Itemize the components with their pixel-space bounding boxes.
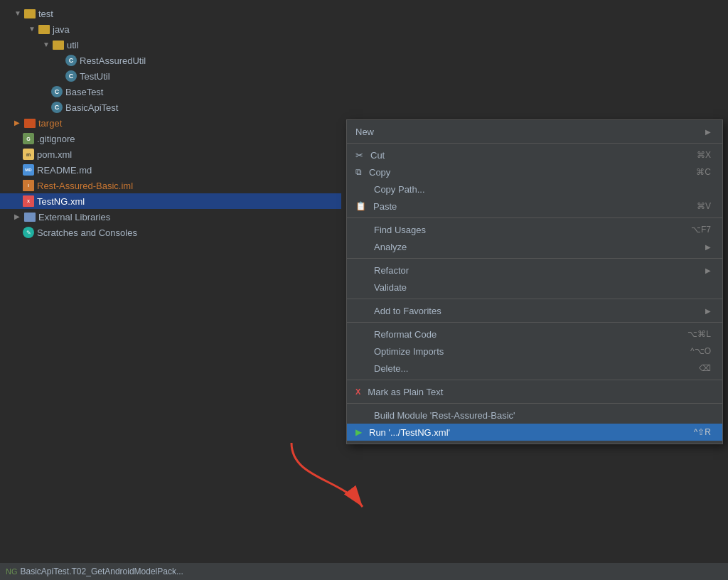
submenu-arrow-new: ▶: [705, 128, 711, 136]
menu-sep-5: [347, 322, 722, 323]
menu-label-refactor: Refactor: [355, 265, 409, 276]
tree-label-restassuredutil: RestAssuredUtil: [80, 55, 146, 66]
shortcut-run: ^⇧R: [694, 427, 711, 437]
tree-item-util[interactable]: ▼ util: [0, 37, 341, 53]
menu-text-cut: Cut: [370, 150, 385, 161]
menu-text-validate: Validate: [374, 282, 407, 293]
folder-icon-test: [24, 9, 36, 18]
submenu-arrow-addtofav: ▶: [705, 307, 711, 315]
menu-text-new: New: [355, 127, 374, 137]
menu-label-run: ▶ Run '.../TestNG.xml': [355, 427, 450, 438]
menu-item-new[interactable]: New ▶: [347, 123, 722, 140]
scissors-icon: ✂: [355, 150, 363, 161]
folder-icon-java: [38, 25, 50, 34]
tree-item-basicapitest[interactable]: C BasicApiTest: [0, 100, 341, 115]
tree-item-readme[interactable]: MD README.md: [0, 162, 341, 178]
file-tree: ▼ test ▼ java ▼ util C RestAssuredUtil C…: [0, 0, 341, 580]
menu-item-analyze[interactable]: Analyze ▶: [347, 238, 722, 255]
tree-item-testngxml[interactable]: X TestNG.xml: [0, 193, 341, 209]
menu-text-run: Run '.../TestNG.xml': [369, 427, 450, 438]
menu-text-copy: Copy: [369, 167, 390, 178]
menu-label-copypath: Copy Path...: [355, 184, 425, 195]
tree-label-extlibs: External Libraries: [38, 212, 110, 222]
menu-item-cut[interactable]: ✂ Cut ⌘X: [347, 146, 722, 163]
menu-label-delete: Delete...: [355, 363, 408, 374]
menu-sep-2: [347, 218, 722, 218]
menu-item-copypath[interactable]: Copy Path...: [347, 181, 722, 198]
tree-label-util: util: [67, 40, 79, 50]
tree-item-iml[interactable]: I Rest-Assured-Basic.iml: [0, 178, 341, 193]
arrow-icon: ▼: [14, 9, 23, 18]
scratches-icon: ✎: [23, 227, 34, 238]
tree-item-scratches[interactable]: ✎ Scratches and Consoles: [0, 225, 341, 240]
folder-icon-util: [53, 41, 64, 50]
folder-icon-target: [24, 119, 36, 128]
file-icon-pom: m: [23, 149, 34, 160]
file-icon-iml: I: [23, 180, 34, 191]
tree-label-basicapitest: BasicApiTest: [65, 102, 118, 113]
shortcut-cut: ⌘X: [697, 150, 711, 160]
file-icon-testng: X: [23, 195, 34, 207]
file-icon-gitignore: G: [23, 133, 34, 144]
menu-label-new: New: [355, 127, 374, 137]
arrow-icon: ▼: [43, 41, 51, 49]
menu-item-refactor[interactable]: Refactor ▶: [347, 262, 722, 279]
shortcut-copy: ⌘C: [696, 167, 711, 177]
menu-text-buildmodule: Build Module 'Rest-Assured-Basic': [374, 410, 515, 421]
arrow-icon: ▶: [14, 119, 23, 127]
java-icon: C: [51, 102, 63, 113]
tree-item-java[interactable]: ▼ java: [0, 21, 341, 37]
shortcut-optimizeimports: ^⌥O: [690, 346, 711, 356]
menu-sep-3: [347, 258, 722, 259]
menu-item-validate[interactable]: Validate: [347, 279, 722, 296]
shortcut-findusages: ⌥F7: [691, 225, 711, 235]
tree-item-target[interactable]: ▶ target: [0, 115, 341, 131]
menu-text-refactor: Refactor: [374, 265, 409, 276]
menu-item-run[interactable]: ▶ Run '.../TestNG.xml' ^⇧R: [347, 424, 722, 441]
menu-label-addtofav: Add to Favorites: [355, 306, 441, 316]
menu-item-delete[interactable]: Delete... ⌫: [347, 360, 722, 377]
menu-text-analyze: Analyze: [374, 242, 407, 252]
menu-item-reformatcode[interactable]: Reformat Code ⌥⌘L: [347, 326, 722, 343]
java-icon: C: [65, 55, 77, 66]
menu-label-analyze: Analyze: [355, 242, 407, 252]
java-icon: C: [65, 70, 77, 82]
menu-item-buildmodule[interactable]: Build Module 'Rest-Assured-Basic': [347, 407, 722, 424]
menu-item-optimizeimports[interactable]: Optimize Imports ^⌥O: [347, 343, 722, 360]
tree-label-gitignore: .gitignore: [37, 134, 75, 144]
tree-item-extlibs[interactable]: ▶ External Libraries: [0, 209, 341, 225]
tree-item-gitignore[interactable]: G .gitignore: [0, 131, 341, 146]
menu-label-buildmodule: Build Module 'Rest-Assured-Basic': [355, 410, 515, 421]
tree-label-basetest: BaseTest: [65, 87, 103, 97]
folder-icon-extlibs: [24, 213, 36, 222]
status-icon: NG: [6, 567, 18, 576]
menu-text-delete: Delete...: [374, 363, 408, 374]
shortcut-delete: ⌫: [699, 363, 711, 373]
tree-item-testutil[interactable]: C TestUtil: [0, 68, 341, 84]
menu-item-paste[interactable]: 📋 Paste ⌘V: [347, 198, 722, 215]
menu-item-findusages[interactable]: Find Usages ⌥F7: [347, 221, 722, 238]
paste-icon: 📋: [355, 201, 366, 211]
status-text: BasicApiTest.T02_GetAndroidModelPack...: [21, 566, 183, 576]
tree-item-pomxml[interactable]: m pom.xml: [0, 146, 341, 162]
menu-text-markplaintext: Mark as Plain Text: [368, 387, 443, 397]
menu-sep-4: [347, 299, 722, 299]
submenu-arrow-analyze: ▶: [705, 243, 711, 251]
submenu-arrow-refactor: ▶: [705, 267, 711, 274]
menu-text-copypath: Copy Path...: [374, 184, 425, 195]
menu-label-optimizeimports: Optimize Imports: [355, 346, 444, 357]
menu-label-copy: ⧉ Copy: [355, 167, 390, 178]
java-icon: C: [51, 86, 63, 97]
tree-item-test[interactable]: ▼ test: [0, 6, 341, 21]
menu-item-copy[interactable]: ⧉ Copy ⌘C: [347, 163, 722, 181]
context-menu: New ▶ ✂ Cut ⌘X ⧉ Copy ⌘C Copy Path... 📋 …: [346, 119, 723, 444]
tree-label-test: test: [38, 9, 53, 19]
menu-item-markplaintext[interactable]: X Mark as Plain Text: [347, 383, 722, 400]
menu-sep-6: [347, 380, 722, 380]
tree-item-restassuredutil[interactable]: C RestAssuredUtil: [0, 53, 341, 68]
menu-label-paste: 📋 Paste: [355, 201, 397, 212]
tree-item-basetest[interactable]: C BaseTest: [0, 84, 341, 100]
menu-item-addtofav[interactable]: Add to Favorites ▶: [347, 302, 722, 319]
menu-text-findusages: Find Usages: [374, 225, 426, 235]
arrow-icon: ▼: [28, 25, 37, 33]
